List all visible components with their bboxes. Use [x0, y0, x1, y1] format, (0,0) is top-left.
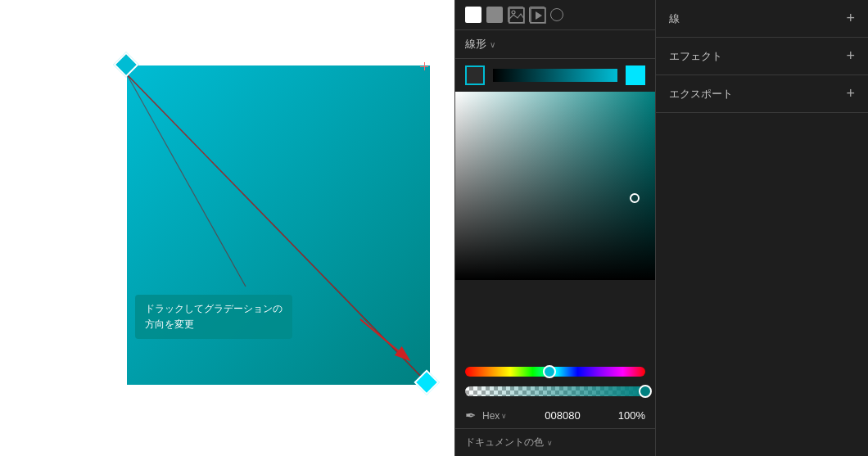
- add-effect-button[interactable]: +: [846, 47, 855, 65]
- color-gradient[interactable]: [455, 92, 655, 280]
- svg-marker-8: [536, 11, 542, 20]
- panel-toolbar: [455, 0, 655, 30]
- arrow-svg: [336, 311, 434, 377]
- add-export-button[interactable]: +: [846, 85, 855, 102]
- right-section-export-label: エクスポート: [669, 87, 733, 102]
- circle-icon[interactable]: [550, 8, 563, 21]
- gray-square-icon[interactable]: [486, 7, 503, 23]
- add-line-button[interactable]: +: [846, 10, 855, 27]
- right-section-export: エクスポート +: [656, 75, 868, 113]
- hue-thumb[interactable]: [543, 365, 556, 378]
- svg-line-4: [360, 319, 409, 360]
- hex-row: ✒ Hex ∨ 008080 100%: [455, 403, 655, 428]
- opacity-slider[interactable]: [465, 386, 645, 396]
- hue-slider-container: [455, 360, 655, 383]
- opacity-slider-container: [455, 383, 655, 403]
- right-section-line: 線 +: [656, 0, 868, 38]
- hex-value[interactable]: 008080: [513, 409, 611, 422]
- gradient-stop-right[interactable]: [626, 65, 645, 85]
- gradient-tooltip: ドラックしてグラデーションの 方向を変更: [135, 295, 292, 339]
- corner-cross-tr: [420, 62, 428, 70]
- color-picker-cursor[interactable]: [630, 193, 640, 203]
- opacity-value[interactable]: 100%: [618, 409, 645, 422]
- svg-point-6: [512, 11, 515, 14]
- canvas-area: ドラックしてグラデーションの 方向を変更: [0, 0, 454, 456]
- color-picker-area[interactable]: [455, 92, 655, 360]
- right-section-effects: エフェクト +: [656, 38, 868, 75]
- doc-colors-label[interactable]: ドキュメントの色 ∨: [465, 436, 645, 449]
- doc-colors-section: ドキュメントの色 ∨: [455, 428, 655, 456]
- eyedropper-icon[interactable]: ✒: [465, 408, 476, 423]
- right-section-effects-label: エフェクト: [669, 49, 722, 64]
- gradient-stops-row: [455, 59, 655, 92]
- middle-panel: 線形 ∨ ✒ Hex ∨ 008080: [454, 0, 655, 456]
- opacity-thumb[interactable]: [639, 385, 652, 398]
- play-icon[interactable]: [529, 7, 545, 23]
- white-square-icon[interactable]: [465, 7, 481, 23]
- gradient-bar[interactable]: [493, 69, 617, 82]
- hue-slider[interactable]: [465, 367, 645, 377]
- hex-label[interactable]: Hex ∨: [482, 410, 507, 422]
- right-panel: 線 + エフェクト + エクスポート +: [655, 0, 868, 456]
- right-section-line-label: 線: [669, 11, 680, 26]
- fill-section-label[interactable]: 線形 ∨: [455, 30, 655, 59]
- gradient-stop-left[interactable]: [465, 65, 485, 85]
- image-icon[interactable]: [508, 7, 524, 23]
- fill-section-chevron: ∨: [490, 40, 495, 49]
